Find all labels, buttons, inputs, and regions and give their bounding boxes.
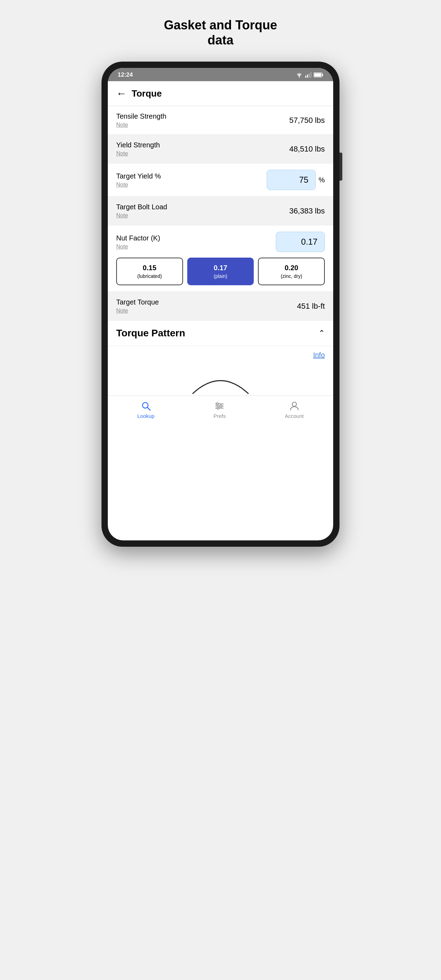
svg-rect-7 <box>314 73 321 76</box>
tensile-note[interactable]: Note <box>116 122 166 128</box>
target-bolt-left: Target Bolt Load Note <box>116 203 167 219</box>
nut-factor-label: Nut Factor (K) <box>116 234 160 242</box>
target-yield-note[interactable]: Note <box>116 181 161 188</box>
target-yield-row: Target Yield % Note % <box>108 164 333 197</box>
battery-icon <box>314 72 323 77</box>
nut-btn-lubricated-value: 0.15 <box>120 264 179 272</box>
nav-prefs-label: Prefs <box>213 413 226 419</box>
nav-item-account[interactable]: Account <box>285 401 304 419</box>
torque-pattern-arc <box>186 371 255 396</box>
svg-point-15 <box>217 407 219 409</box>
nav-lookup-label: Lookup <box>137 413 154 419</box>
back-button[interactable]: ← <box>116 88 127 99</box>
nut-factor-input[interactable] <box>276 232 325 252</box>
target-yield-input-box: % <box>267 170 325 190</box>
target-torque-row: Target Torque Note 451 lb-ft <box>108 292 333 321</box>
target-bolt-value: 36,383 lbs <box>289 207 325 216</box>
svg-rect-1 <box>305 76 306 78</box>
tensile-strength-row: Tensile Strength Note 57,750 lbs <box>108 106 333 135</box>
header-title: Torque <box>132 88 162 99</box>
target-yield-label: Target Yield % <box>116 172 161 180</box>
nut-btn-zinc-label: (zinc, dry) <box>262 274 321 279</box>
status-time: 12:24 <box>118 72 133 78</box>
nut-factor-section: Nut Factor (K) Note 0.15 (lubricated) 0.… <box>108 225 333 292</box>
nut-factor-top: Nut Factor (K) Note <box>116 232 325 252</box>
nut-btn-zinc[interactable]: 0.20 (zinc, dry) <box>258 258 325 285</box>
nut-factor-buttons: 0.15 (lubricated) 0.17 (plain) 0.20 (zin… <box>116 258 325 285</box>
target-torque-value: 451 lb-ft <box>297 302 325 311</box>
target-bolt-note[interactable]: Note <box>116 212 167 219</box>
target-torque-note[interactable]: Note <box>116 308 159 314</box>
info-area: Info <box>108 346 333 364</box>
target-bolt-label: Target Bolt Load <box>116 203 167 211</box>
svg-point-13 <box>216 403 218 405</box>
svg-point-16 <box>292 402 296 406</box>
tensile-left: Tensile Strength Note <box>116 112 166 128</box>
info-link[interactable]: Info <box>313 351 325 359</box>
yield-label: Yield Strength <box>116 141 160 149</box>
nut-factor-left: Nut Factor (K) Note <box>116 234 160 250</box>
target-torque-left: Target Torque Note <box>116 298 159 314</box>
target-yield-input[interactable] <box>267 170 316 190</box>
yield-note[interactable]: Note <box>116 151 160 157</box>
bottom-nav: Lookup Prefs Account <box>108 396 333 426</box>
pattern-area <box>108 364 333 396</box>
nut-factor-note[interactable]: Note <box>116 243 160 250</box>
phone-shell: 12:24 <box>102 62 339 547</box>
svg-rect-2 <box>307 75 308 78</box>
wifi-icon <box>295 72 303 78</box>
status-icons <box>295 72 323 78</box>
nut-btn-plain-label: (plain) <box>191 274 250 279</box>
nut-btn-zinc-value: 0.20 <box>262 264 321 272</box>
target-yield-left: Target Yield % Note <box>116 172 161 188</box>
chevron-up-icon[interactable]: ⌃ <box>318 329 325 338</box>
svg-point-14 <box>220 405 222 407</box>
yield-value: 48,510 lbs <box>289 145 325 154</box>
tensile-value: 57,750 lbs <box>289 116 325 125</box>
target-bolt-row: Target Bolt Load Note 36,383 lbs <box>108 197 333 225</box>
signal-icon <box>305 72 312 78</box>
yield-strength-row: Yield Strength Note 48,510 lbs <box>108 135 333 164</box>
nav-item-prefs[interactable]: Prefs <box>213 401 226 419</box>
tensile-label: Tensile Strength <box>116 112 166 120</box>
torque-pattern-title: Torque Pattern <box>116 328 185 339</box>
torque-pattern-header: Torque Pattern ⌃ <box>108 321 333 346</box>
nav-item-lookup[interactable]: Lookup <box>137 401 154 419</box>
yield-left: Yield Strength Note <box>116 141 160 157</box>
nav-account-label: Account <box>285 413 304 419</box>
target-torque-label: Target Torque <box>116 298 159 306</box>
search-icon <box>141 401 151 411</box>
target-yield-unit: % <box>318 176 325 184</box>
app-header: ← Torque <box>108 81 333 106</box>
nut-btn-plain-value: 0.17 <box>191 264 250 272</box>
svg-rect-4 <box>310 72 312 78</box>
svg-rect-3 <box>309 73 310 78</box>
svg-line-9 <box>147 407 150 410</box>
svg-rect-6 <box>322 74 323 76</box>
nut-btn-lubricated-label: (lubricated) <box>120 274 179 279</box>
account-icon <box>289 401 299 411</box>
status-bar: 12:24 <box>108 68 333 81</box>
nut-btn-lubricated[interactable]: 0.15 (lubricated) <box>116 258 183 285</box>
prefs-icon <box>214 401 225 411</box>
page-title: Gasket and Torquedata <box>164 18 277 48</box>
phone-screen: 12:24 <box>108 68 333 540</box>
nut-btn-plain[interactable]: 0.17 (plain) <box>187 258 254 285</box>
svg-point-0 <box>299 77 300 78</box>
